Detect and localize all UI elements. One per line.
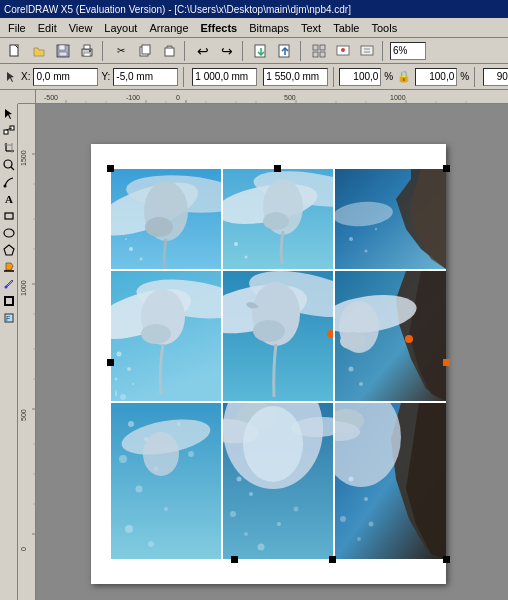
svg-point-176 [258,544,265,551]
sep-prop1 [183,67,184,87]
svg-point-48 [4,160,12,168]
save-button[interactable] [52,41,74,61]
menu-table[interactable]: Table [327,20,365,36]
new-button[interactable] [4,41,26,61]
redo-button[interactable]: ↪ [216,41,238,61]
view-btn2[interactable] [332,41,354,61]
menu-bitmaps[interactable]: Bitmaps [243,20,295,36]
print-button[interactable] [76,41,98,61]
cut-button[interactable]: ✂ [110,41,132,61]
menu-layout[interactable]: Layout [98,20,143,36]
svg-marker-24 [7,72,14,82]
svg-point-160 [148,541,154,547]
import-button[interactable] [250,41,272,61]
handle-bc[interactable] [329,556,336,563]
eyedropper-tool[interactable] [1,276,17,292]
toolbox: A F [0,104,18,600]
copy-button[interactable] [134,41,156,61]
svg-point-122 [365,250,368,253]
polygon-tool[interactable] [1,242,17,258]
handle-br[interactable] [443,556,450,563]
sep-prop2 [333,67,334,87]
sep1 [102,41,106,61]
svg-text:F: F [6,315,10,322]
text-tool[interactable]: A [1,191,17,207]
sep5 [382,41,386,61]
svg-point-186 [340,516,346,522]
svg-point-133 [132,383,134,385]
svg-point-175 [244,532,248,536]
svg-point-106 [145,217,173,237]
ellipse-tool[interactable] [1,225,17,241]
svg-point-131 [127,367,131,371]
horizontal-ruler: -500 -100 0 500 1000 [36,90,508,104]
svg-point-184 [349,477,354,482]
svg-point-157 [136,486,143,493]
handle-bl[interactable] [231,556,238,563]
svg-line-49 [11,167,14,170]
outline-tool[interactable] [1,293,17,309]
view-btn1[interactable] [308,41,330,61]
freehand-tool[interactable] [1,174,17,190]
open-button[interactable] [28,41,50,61]
sep2 [184,41,188,61]
export-button[interactable] [274,41,296,61]
svg-point-177 [277,522,281,526]
menu-edit[interactable]: Edit [32,20,63,36]
image-grid [111,169,446,559]
handle-tl[interactable] [107,165,114,172]
svg-point-108 [140,258,143,261]
percent-h: % [460,71,469,82]
canvas-area[interactable] [36,104,508,600]
rect-tool[interactable] [1,208,17,224]
properties-bar: X: 0,0 mm Y: -5,0 mm ↔ 1 000,0 mm ↕ 1 55… [0,64,508,90]
undo-button[interactable]: ↩ [192,41,214,61]
scale-w-input[interactable]: 100,0 [339,68,381,86]
handle-tc[interactable] [274,165,281,172]
view-btn3[interactable] [356,41,378,61]
svg-rect-6 [84,53,90,56]
menu-file[interactable]: File [2,20,32,36]
menu-effects[interactable]: Effects [195,20,244,36]
svg-point-150 [359,382,363,386]
svg-text:0: 0 [20,547,27,551]
svg-rect-21 [361,46,373,55]
svg-point-153 [128,421,134,427]
handle-ml[interactable] [107,359,114,366]
height-input[interactable]: 1 550,0 mm [263,68,328,86]
scale-h-input[interactable]: 100,0 [415,68,457,86]
svg-point-116 [234,242,238,246]
crop-tool[interactable] [1,140,17,156]
y-input[interactable]: -5,0 mm [113,68,178,86]
svg-text:1000: 1000 [390,94,406,101]
fill-tool[interactable] [1,259,17,275]
svg-point-171 [243,406,303,482]
menu-text[interactable]: Text [295,20,327,36]
handle-mr-orange[interactable] [443,359,450,366]
zoom-tool[interactable] [1,157,17,173]
paste-button[interactable] [158,41,180,61]
angle-input[interactable]: 90,0 [483,68,508,86]
x-input[interactable]: 0,0 mm [33,68,98,86]
svg-point-187 [357,537,361,541]
select-tool[interactable] [1,106,17,122]
width-input[interactable]: 1 000,0 mm [192,68,257,86]
svg-text:1500: 1500 [20,150,27,166]
svg-point-123 [375,228,377,230]
lock-button[interactable]: 🔒 [396,67,412,87]
svg-point-56 [4,286,7,289]
svg-point-155 [119,455,127,463]
svg-rect-16 [320,45,325,50]
svg-point-174 [230,511,236,517]
node-tool[interactable] [1,123,17,139]
handle-tr[interactable] [443,165,450,172]
fill-dialog-tool[interactable]: F [1,310,17,326]
zoom-input[interactable]: 6% [390,42,426,60]
menu-arrange[interactable]: Arrange [143,20,194,36]
menu-view[interactable]: View [63,20,99,36]
menubar: File Edit View Layout Arrange Effects Bi… [0,18,508,38]
menu-tools[interactable]: Tools [365,20,403,36]
svg-text:-500: -500 [44,94,58,101]
svg-point-185 [364,497,368,501]
sep3 [242,41,246,61]
